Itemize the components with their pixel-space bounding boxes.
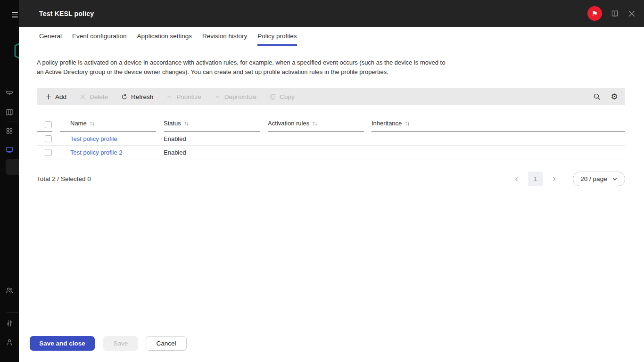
- next-page-icon[interactable]: [548, 173, 560, 185]
- column-header-status[interactable]: Status↑↓: [164, 119, 260, 132]
- table-header-row: Name↑↓ Status↑↓ Activation rules↑↓ Inher…: [37, 116, 625, 132]
- tab-revision-history[interactable]: Revision history: [202, 27, 247, 46]
- page-title: Test KESL policy: [39, 10, 94, 17]
- tab-event-configuration[interactable]: Event configuration: [72, 27, 127, 46]
- chevron-down-icon: [612, 176, 618, 182]
- column-header-name[interactable]: Name↑↓: [60, 119, 156, 132]
- sidebar-active-item[interactable]: [6, 159, 19, 175]
- copy-icon: [269, 93, 276, 100]
- toolbar: Add Delete Refresh Prioritize Deprioriti…: [37, 88, 625, 105]
- sidebar-divider: [7, 312, 18, 313]
- status-value: Enabled: [164, 149, 186, 156]
- close-icon[interactable]: [627, 9, 636, 18]
- delete-button[interactable]: Delete: [79, 93, 108, 100]
- refresh-button[interactable]: Refresh: [121, 93, 153, 100]
- kaspersky-logo-icon: [13, 40, 19, 64]
- footer-action-bar: Save and close Save Cancel: [19, 324, 644, 362]
- sidebar: [0, 0, 19, 362]
- profile-name-link[interactable]: Test policy profile 2: [70, 149, 123, 156]
- tab-application-settings[interactable]: Application settings: [137, 27, 192, 46]
- monitor-icon[interactable]: [5, 146, 14, 154]
- x-icon: [79, 93, 86, 100]
- row-checkbox[interactable]: [45, 135, 52, 142]
- copy-button[interactable]: Copy: [269, 93, 295, 100]
- tab-policy-profiles[interactable]: Policy profiles: [257, 27, 297, 46]
- page-size-dropdown[interactable]: 20 / page: [573, 172, 625, 186]
- main-panel: General Event configuration Application …: [19, 27, 644, 362]
- column-header-inheritance[interactable]: Inheritance↑↓: [372, 119, 625, 132]
- cancel-button[interactable]: Cancel: [146, 336, 187, 351]
- deprioritize-button-label: Deprioritize: [224, 93, 256, 100]
- help-book-icon[interactable]: [611, 9, 619, 18]
- table-row: Test policy profile 2 Enabled: [37, 146, 625, 159]
- refresh-icon: [121, 93, 128, 100]
- refresh-button-label: Refresh: [131, 93, 153, 100]
- select-all-checkbox[interactable]: [45, 121, 52, 128]
- column-header-activation-rules[interactable]: Activation rules↑↓: [268, 119, 364, 132]
- sort-icon[interactable]: ↑↓: [312, 120, 317, 127]
- gear-icon[interactable]: ⚙: [610, 92, 619, 101]
- window-header: Test KESL policy ⚑: [19, 0, 644, 27]
- copy-button-label: Copy: [280, 93, 295, 100]
- add-button[interactable]: Add: [45, 93, 66, 100]
- flag-badge-icon[interactable]: ⚑: [587, 6, 602, 21]
- table-row: Test policy profile Enabled: [37, 132, 625, 146]
- sort-icon[interactable]: ↑↓: [405, 120, 409, 127]
- profile-name-link[interactable]: Test policy profile: [70, 135, 117, 142]
- sort-icon[interactable]: ↑↓: [184, 120, 189, 127]
- page-size-value: 20 / page: [580, 175, 607, 182]
- menu-icon[interactable]: [12, 12, 18, 17]
- row-checkbox[interactable]: [45, 149, 52, 156]
- policy-profiles-table: Name↑↓ Status↑↓ Activation rules↑↓ Inher…: [37, 116, 625, 159]
- selection-summary: Total 2 / Selected 0: [37, 175, 91, 182]
- application-window: Test KESL policy ⚑ General Event configu…: [0, 0, 644, 362]
- save-and-close-button[interactable]: Save and close: [30, 336, 95, 351]
- users-icon[interactable]: [5, 286, 14, 295]
- chevron-up-icon: [166, 93, 173, 100]
- account-icon[interactable]: [5, 338, 14, 346]
- prioritize-button-label: Prioritize: [176, 93, 201, 100]
- add-button-label: Add: [55, 93, 66, 100]
- previous-page-icon[interactable]: [511, 173, 522, 185]
- sort-icon[interactable]: ↑↓: [90, 120, 94, 127]
- status-value: Enabled: [164, 135, 186, 142]
- apps-grid-icon[interactable]: [5, 127, 14, 135]
- tab-general[interactable]: General: [39, 27, 62, 46]
- policy-profile-description: A policy profile is activated on a devic…: [37, 58, 452, 77]
- flag-icon: ⚑: [592, 9, 598, 18]
- settings-sliders-icon[interactable]: [5, 319, 14, 328]
- delete-button-label: Delete: [90, 93, 108, 100]
- page-number-button[interactable]: 1: [528, 172, 543, 186]
- search-icon[interactable]: [593, 92, 601, 101]
- plus-icon: [45, 93, 52, 100]
- deprioritize-button[interactable]: Deprioritize: [214, 93, 256, 100]
- tab-bar: General Event configuration Application …: [19, 27, 644, 46]
- devices-icon[interactable]: [5, 89, 14, 97]
- map-icon[interactable]: [5, 108, 14, 116]
- pagination-bar: Total 2 / Selected 0 1 20 / page: [37, 172, 625, 186]
- chevron-down-icon: [214, 93, 221, 100]
- prioritize-button[interactable]: Prioritize: [166, 93, 201, 100]
- sidebar-divider: [7, 122, 18, 122]
- save-button[interactable]: Save: [103, 336, 138, 351]
